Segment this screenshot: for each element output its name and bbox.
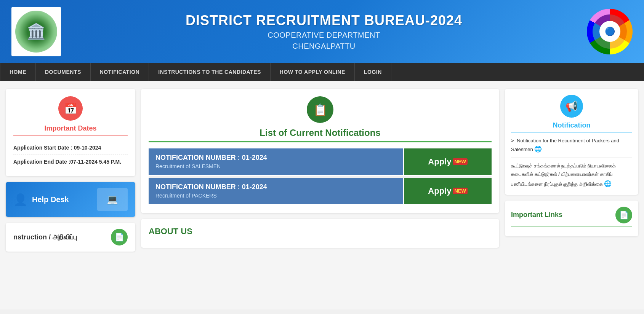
notifications-card: 📋 List of Current Notifications NOTIFICA…: [141, 89, 499, 213]
packers-notification-role: Recruitment of PACKERS: [155, 193, 396, 199]
notification-sidebar-text-1: Notification for the Recuritment of Pack…: [511, 138, 619, 152]
helpdesk-card[interactable]: 👤 Help Desk 💻: [6, 182, 135, 217]
notification-row-packers: NOTIFICATION NUMBER : 01-2024 Recruitmen…: [149, 178, 492, 204]
apply-packers-new-badge: NEW: [453, 188, 467, 194]
rainbow-emblem: 🔵: [587, 9, 633, 54]
globe-icon-2[interactable]: 🌐: [604, 180, 612, 187]
tamil-text: கூட்டுறவுச் சங்கங்களால் நடத்தப்படும் நிய…: [511, 163, 616, 187]
notification-sidebar-title: Notification: [511, 121, 632, 132]
notification-sidebar-card: 📢 Notification > Notification for the Re…: [505, 89, 638, 195]
state-logo: 🏛️: [11, 7, 61, 56]
app-end-date: Application End Date :07-11-2024 5.45 P.…: [13, 155, 128, 169]
notification-sidebar-tamil: கூட்டுறவுச் சங்கங்களால் நடத்தப்படும் நிய…: [511, 162, 632, 189]
main-content: 📅 Important Dates Application Start Date…: [0, 81, 644, 309]
about-us-title: ABOUT US: [149, 226, 492, 236]
site-subtitle-location: CHENGALPATTU: [61, 42, 587, 51]
helpdesk-image: 💻: [97, 188, 128, 211]
nav-home[interactable]: HOME: [0, 63, 36, 81]
center-panel: 📋 List of Current Notifications NOTIFICA…: [141, 89, 499, 302]
calendar-icon-circle: 📅: [58, 96, 83, 121]
apply-packers-text: Apply: [428, 186, 451, 196]
emblem-core: 🔵: [599, 21, 620, 42]
salesmen-notification-info: NOTIFICATION NUMBER : 01-2024 Recruitmen…: [149, 148, 404, 175]
notification-row-salesmen: NOTIFICATION NUMBER : 01-2024 Recruitmen…: [149, 148, 492, 175]
apply-salesmen-button[interactable]: Apply NEW: [404, 148, 492, 175]
salesmen-notification-role: Recruitment of SALESMEN: [155, 163, 396, 169]
apply-packers-button[interactable]: Apply NEW: [404, 178, 492, 204]
link-icon: 📄: [619, 210, 629, 220]
right-panel: 📢 Notification > Notification for the Re…: [505, 89, 638, 302]
document-icon: 📄: [115, 233, 124, 242]
emblem-inner: 🔵: [593, 14, 627, 49]
nav-documents[interactable]: DOCUMENTS: [36, 63, 91, 81]
about-us-card: ABOUT US: [141, 219, 499, 248]
emblem-icon: 🔵: [605, 27, 615, 37]
site-title: DISTRICT RECRUITMENT BUREAU-2024: [61, 13, 587, 29]
apply-salesmen-text: Apply: [428, 157, 451, 167]
globe-icon-1[interactable]: 🌐: [534, 146, 542, 152]
arrow-icon: >: [511, 138, 514, 143]
notifications-title: List of Current Notifications: [149, 128, 492, 142]
main-navbar: HOME DOCUMENTS NOTIFICATION INSTRUCTIONS…: [0, 63, 644, 81]
packers-notification-info: NOTIFICATION NUMBER : 01-2024 Recruitmen…: [149, 178, 404, 204]
important-dates-card: 📅 Important Dates Application Start Date…: [6, 89, 135, 176]
nav-notification[interactable]: NOTIFICATION: [91, 63, 149, 81]
calendar-icon: 📅: [64, 102, 77, 115]
notification-sidebar-item-1: > Notification for the Recuritment of Pa…: [511, 137, 632, 158]
salesmen-notification-number: NOTIFICATION NUMBER : 01-2024: [155, 154, 396, 162]
page-header: 🏛️ DISTRICT RECRUITMENT BUREAU-2024 COOP…: [0, 0, 644, 63]
megaphone-icon: 📢: [566, 100, 578, 112]
left-panel: 📅 Important Dates Application Start Date…: [6, 89, 135, 302]
computer-icon: 💻: [107, 194, 118, 205]
apply-salesmen-new-badge: NEW: [453, 158, 467, 165]
instruction-label: nstruction / அறிவிப்பு: [13, 233, 77, 241]
important-links-header: Important Links 📄: [511, 207, 632, 226]
important-dates-title: Important Dates: [13, 124, 128, 135]
helpdesk-person-icon: 👤: [13, 193, 27, 206]
megaphone-icon-circle: 📢: [560, 95, 583, 118]
app-start-date: Application Start Date : 09-10-2024: [13, 141, 128, 155]
important-links-card: Important Links 📄: [505, 201, 638, 236]
header-center: DISTRICT RECRUITMENT BUREAU-2024 COOPERA…: [61, 13, 587, 51]
state-emblem: 🏛️: [15, 11, 57, 53]
helpdesk-label: Help Desk: [32, 195, 69, 204]
nav-instructions[interactable]: INSTRUCTIONS TO THE CANDIDATES: [149, 63, 271, 81]
files-icon: 📋: [313, 103, 327, 116]
temple-icon: 🏛️: [27, 22, 46, 40]
header-emblem: 🔵: [587, 9, 633, 54]
important-links-title: Important Links: [511, 211, 562, 219]
links-icon-circle: 📄: [615, 207, 632, 223]
site-subtitle-dept: COOPERATIVE DEPARTMENT: [61, 31, 587, 40]
notifications-icon-circle: 📋: [307, 96, 333, 123]
nav-login[interactable]: LOGIN: [355, 63, 391, 81]
nav-how-to-apply[interactable]: HOW TO APPLY ONLINE: [271, 63, 355, 81]
packers-notification-number: NOTIFICATION NUMBER : 01-2024: [155, 183, 396, 191]
instruction-icon-circle: 📄: [111, 229, 128, 245]
instruction-card[interactable]: nstruction / அறிவிப்பு 📄: [6, 223, 135, 252]
